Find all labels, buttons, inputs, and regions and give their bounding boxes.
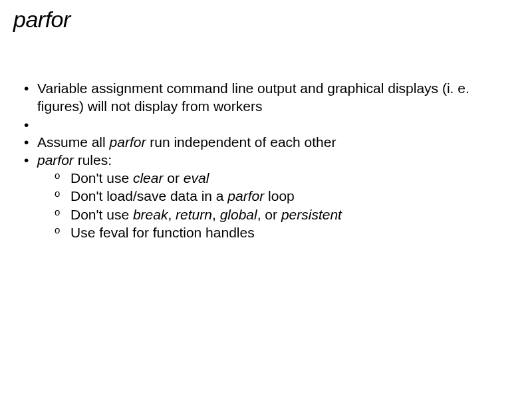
slide-content: Variable assignment command line output …: [13, 79, 519, 241]
bullet-text: Use feval for function handles: [70, 225, 255, 240]
italic-text: persistent: [281, 207, 342, 222]
bullet-item: Variable assignment command line output …: [21, 79, 519, 116]
bullet-list: Variable assignment command line output …: [21, 79, 519, 241]
italic-text: parfor: [227, 188, 264, 203]
slide: parfor Variable assignment command line …: [0, 0, 532, 399]
italic-text: clear: [133, 170, 164, 186]
bullet-text: or: [163, 170, 183, 186]
bullet-text: run independent of each other: [146, 134, 336, 150]
bullet-item: parfor rules: Don't use clear or eval Do…: [21, 151, 519, 241]
italic-text: parfor: [110, 134, 146, 150]
bullet-text: , or: [257, 207, 281, 222]
italic-text: parfor: [37, 152, 74, 168]
sub-bullet-list: Don't use clear or eval Don't load/save …: [37, 169, 519, 241]
italic-text: break: [133, 207, 168, 222]
bullet-item: Assume all parfor run independent of eac…: [21, 133, 519, 151]
bullet-text: Don't use: [70, 170, 133, 186]
italic-text: eval: [184, 170, 209, 186]
sub-bullet-item: Use feval for function handles: [53, 223, 519, 241]
sub-bullet-item: Don't use break, return, global, or pers…: [53, 205, 519, 223]
bullet-text: Don't load/save data in a: [70, 188, 227, 203]
bullet-text: Don't use: [70, 207, 133, 222]
slide-title: parfor: [13, 7, 519, 33]
spacer: [21, 116, 519, 133]
italic-text: global: [220, 207, 257, 222]
bullet-text: ,: [212, 207, 220, 222]
sub-bullet-item: Don't load/save data in a parfor loop: [53, 187, 519, 205]
italic-text: return: [176, 207, 212, 222]
sub-bullet-item: Don't use clear or eval: [53, 169, 519, 187]
bullet-text: Assume all: [37, 134, 110, 150]
bullet-text: loop: [264, 188, 295, 203]
bullet-text: rules:: [74, 152, 112, 168]
bullet-text: Variable assignment command line output …: [37, 80, 469, 114]
bullet-text: ,: [168, 207, 176, 222]
